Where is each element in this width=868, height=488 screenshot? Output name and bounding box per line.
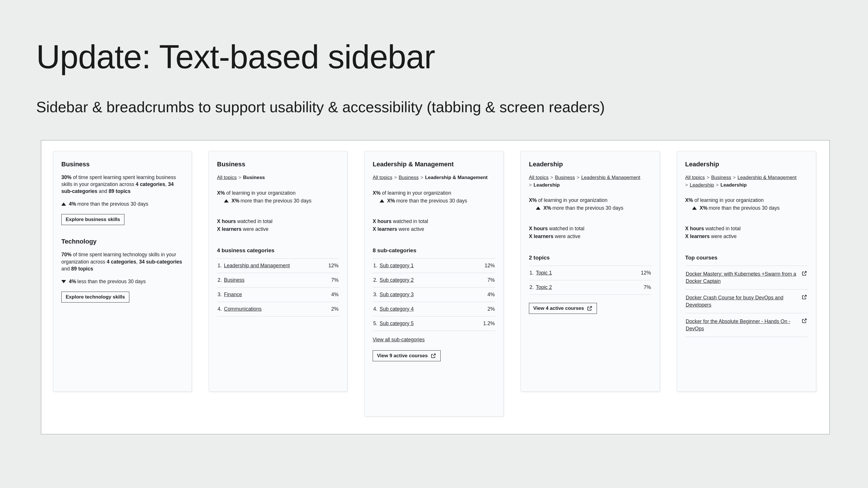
- panel4-learners: X learners were active: [529, 233, 652, 239]
- panel3-delta: X% more than the previous 30 days: [380, 198, 495, 204]
- panel2-heading: Business: [217, 161, 339, 168]
- list-item: 1.Leadership and Management12%: [217, 259, 339, 273]
- mockup-canvas: Business 30% of time spent learning spen…: [41, 140, 830, 434]
- panel5-org-pct: X% of learning in your organization: [685, 197, 808, 203]
- list-item: 1.Sub category 112%: [373, 259, 495, 273]
- panel2-list-heading: 4 business categories: [217, 247, 339, 254]
- crumb-leadership[interactable]: Leadership: [690, 182, 714, 188]
- category-link[interactable]: Business: [224, 277, 331, 283]
- business-summary: 30% of time spent learning spent learnin…: [61, 174, 183, 195]
- top-courses-list: Docker Mastery: with Kubernetes +Swarm f…: [685, 265, 808, 337]
- panel-leadership-courses: Leadership All topics>Business>Leadershi…: [677, 151, 816, 392]
- category-link[interactable]: Communications: [224, 306, 331, 312]
- crumb-all-topics[interactable]: All topics: [373, 175, 392, 180]
- panel3-list-heading: 8 sub-categories: [373, 247, 495, 254]
- triangle-up-icon: [224, 199, 228, 202]
- panel-overview: Business 30% of time spent learning spen…: [53, 151, 192, 392]
- triangle-up-icon: [61, 202, 66, 206]
- triangle-up-icon: [536, 206, 540, 210]
- view-all-subcategories-link[interactable]: View all sub-categories: [373, 337, 425, 343]
- course-link[interactable]: Docker for the Absolute Beginner - Hands…: [686, 318, 797, 332]
- panel3-learners: X learners were active: [373, 226, 495, 232]
- panel5-heading: Leadership: [685, 161, 808, 168]
- technology-delta: 4% less than the previous 30 days: [61, 279, 183, 285]
- category-link[interactable]: Finance: [224, 292, 331, 298]
- panel4-hours: X hours watched in total: [529, 226, 652, 232]
- course-item: Docker Mastery: with Kubernetes +Swarm f…: [685, 265, 808, 290]
- view-active-courses-button[interactable]: View 4 active courses: [529, 303, 597, 314]
- list-item: 4.Communications2%: [217, 302, 339, 317]
- explore-business-button[interactable]: Explore business skills: [61, 214, 124, 225]
- triangle-up-icon: [380, 199, 384, 202]
- panel3-heading: Leadership & Management: [373, 161, 495, 168]
- subcategory-link[interactable]: Sub category 1: [380, 263, 485, 269]
- slide-subtitle: Sidebar & breadcrumbs to support usabili…: [36, 98, 832, 116]
- topic-link[interactable]: Topic 1: [536, 270, 641, 276]
- panel-business: Business All topics>Business X% of learn…: [209, 151, 347, 392]
- list-item: 2.Business7%: [217, 273, 339, 288]
- subcategory-link[interactable]: Sub category 4: [380, 306, 488, 312]
- panel2-org-pct: X% of learning in your organization: [217, 190, 339, 196]
- crumb-all-topics[interactable]: All topics: [685, 175, 705, 180]
- crumb-current: Business: [243, 175, 265, 180]
- panel4-heading: Leadership: [529, 161, 652, 168]
- panel5-breadcrumb: All topics>Business>Leadership & Managem…: [685, 174, 808, 189]
- business-heading: Business: [61, 161, 183, 168]
- external-link-icon: [587, 305, 593, 311]
- external-link-icon[interactable]: [802, 318, 807, 324]
- external-link-icon[interactable]: [802, 270, 807, 276]
- explore-technology-button[interactable]: Explore technology skills: [61, 292, 129, 302]
- crumb-business[interactable]: Business: [555, 175, 575, 180]
- external-link-icon: [431, 353, 436, 359]
- crumb-business[interactable]: Business: [711, 175, 731, 180]
- list-item: 3.Finance4%: [217, 288, 339, 302]
- technology-summary: 70% of time spent learning technology sk…: [61, 251, 183, 272]
- panel4-list: 1.Topic 112% 2.Topic 27%: [529, 265, 652, 295]
- course-item: Docker Crash Course for busy DevOps and …: [685, 290, 808, 313]
- panel4-delta: X% more than the previous 30 days: [536, 205, 652, 211]
- subcategory-link[interactable]: Sub category 5: [380, 321, 483, 327]
- list-item: 2.Sub category 27%: [373, 273, 495, 288]
- list-item: 3.Sub category 34%: [373, 288, 495, 302]
- list-item: 2.Topic 27%: [529, 280, 652, 295]
- slide-title: Update: Text-based sidebar: [36, 38, 832, 76]
- triangle-up-icon: [692, 206, 697, 210]
- panel2-hours: X hours watched in total: [217, 218, 339, 225]
- view-active-courses-button[interactable]: View 9 active courses: [373, 350, 441, 361]
- panel5-list-heading: Top courses: [685, 255, 808, 261]
- topic-link[interactable]: Topic 2: [536, 284, 644, 290]
- panel4-breadcrumb: All topics>Business>Leadership & Managem…: [529, 174, 652, 189]
- course-link[interactable]: Docker Crash Course for busy DevOps and …: [686, 294, 797, 308]
- panel5-hours: X hours watched in total: [685, 226, 808, 232]
- subcategory-link[interactable]: Sub category 2: [380, 277, 488, 283]
- crumb-all-topics[interactable]: All topics: [529, 175, 549, 180]
- list-item: 5.Sub category 51.2%: [373, 317, 495, 331]
- panel-leadership-topics: Leadership All topics>Business>Leadershi…: [521, 151, 660, 392]
- external-link-icon[interactable]: [802, 294, 807, 300]
- panel3-list: 1.Sub category 112% 2.Sub category 27% 3…: [373, 258, 495, 331]
- list-item: 4.Sub category 42%: [373, 302, 495, 317]
- panel5-delta: X% more than the previous 30 days: [692, 205, 808, 211]
- panel2-list: 1.Leadership and Management12% 2.Busines…: [217, 258, 339, 317]
- crumb-current: Leadership & Management: [425, 175, 488, 180]
- crumb-leadership-management[interactable]: Leadership & Management: [738, 175, 797, 180]
- crumb-all-topics[interactable]: All topics: [217, 175, 237, 180]
- course-link[interactable]: Docker Mastery: with Kubernetes +Swarm f…: [686, 270, 797, 285]
- panel4-list-heading: 2 topics: [529, 255, 652, 261]
- panel2-learners: X learners were active: [217, 226, 339, 232]
- course-item: Docker for the Absolute Beginner - Hands…: [685, 313, 808, 337]
- crumb-leadership-management[interactable]: Leadership & Management: [581, 175, 640, 180]
- subcategory-link[interactable]: Sub category 3: [380, 292, 488, 298]
- panel2-delta: X% more than the previous 30 days: [224, 198, 339, 204]
- list-item: 1.Topic 112%: [529, 266, 652, 280]
- crumb-current: Leadership: [533, 182, 560, 188]
- triangle-down-icon: [61, 280, 66, 283]
- category-link[interactable]: Leadership and Management: [224, 263, 329, 269]
- crumb-current: Leadership: [720, 182, 747, 188]
- panel2-breadcrumb: All topics>Business: [217, 174, 339, 182]
- panel3-breadcrumb: All topics>Business>Leadership & Managem…: [373, 174, 495, 182]
- panel-leadership-management: Leadership & Management All topics>Busin…: [364, 151, 504, 417]
- crumb-business[interactable]: Business: [399, 175, 418, 180]
- panel3-org-pct: X% of learning in your organization: [373, 190, 495, 196]
- panel3-hours: X hours watched in total: [373, 218, 495, 225]
